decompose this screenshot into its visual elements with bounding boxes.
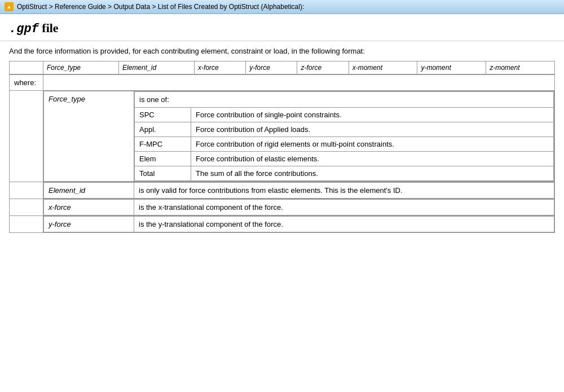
col-y-moment: y-moment	[417, 61, 486, 74]
x-force-content: x-force is the x-translational component…	[43, 199, 555, 216]
where-table: where: Force_type is one of:	[9, 74, 555, 233]
x-force-term: x-force	[44, 200, 134, 215]
spc-row: SPC Force contribution of single-point c…	[135, 108, 554, 122]
y-force-inner-row: y-force is the y-translational component…	[44, 217, 554, 232]
is-one-of-text: is one of:	[135, 92, 554, 108]
x-force-inner-row: x-force is the x-translational component…	[44, 200, 554, 215]
element-id-desc: is only valid for force contributions fr…	[134, 183, 554, 199]
y-force-row: y-force is the y-translational component…	[10, 216, 555, 233]
y-force-desc: is the y-translational component of the …	[134, 217, 554, 232]
content-area: And the force information is provided, f…	[0, 41, 564, 242]
breadcrumb: OptiStruct > Reference Guide > Output Da…	[17, 3, 304, 11]
fmpc-row: F-MPC Force contribution of rigid elemen…	[135, 137, 554, 152]
force-type-content: Force_type is one of: SPC Force contribu…	[43, 91, 555, 182]
spc-code: SPC	[135, 108, 191, 122]
where-empty	[43, 75, 555, 91]
element-id-empty	[10, 182, 43, 199]
appl-row: Appl. Force contribution of Applied load…	[135, 122, 554, 137]
x-force-empty	[10, 199, 43, 216]
force-type-inner-table: Force_type is one of: SPC Force contribu…	[43, 91, 554, 182]
page-title-mono: .gpf	[9, 22, 39, 36]
element-id-term: Element_id	[44, 183, 134, 199]
page-header: .gpf file	[0, 14, 564, 41]
fmpc-desc: Force contribution of rigid elements or …	[191, 137, 554, 152]
where-row: where:	[10, 75, 555, 91]
force-type-empty	[10, 91, 43, 182]
col-z-moment: z-moment	[486, 61, 555, 74]
where-label: where:	[10, 75, 43, 91]
x-force-desc: is the x-translational component of the …	[134, 200, 554, 215]
intro-text: And the force information is provided, f…	[9, 47, 555, 55]
elem-row: Elem Force contribution of elastic eleme…	[135, 152, 554, 166]
force-type-sub-table-cell: is one of: SPC Force contribution of sin…	[134, 91, 554, 182]
y-force-content: y-force is the y-translational component…	[43, 216, 555, 233]
y-force-empty	[10, 216, 43, 233]
element-id-inner-row: Element_id is only valid for force contr…	[44, 183, 554, 199]
force-type-sub-table: is one of: SPC Force contribution of sin…	[134, 91, 554, 181]
x-force-inner: x-force is the x-translational component…	[43, 199, 554, 215]
page-title: .gpf file	[9, 21, 555, 36]
x-force-row: x-force is the x-translational component…	[10, 199, 555, 216]
elem-code: Elem	[135, 152, 191, 166]
col-z-force: z-force	[297, 61, 349, 74]
app-icon: ▲	[5, 2, 14, 11]
col-x-force: x-force	[195, 61, 246, 74]
element-id-content: Element_id is only valid for force contr…	[43, 182, 555, 199]
appl-desc: Force contribution of Applied loads.	[191, 122, 554, 137]
col-element-id: Element_id	[119, 61, 195, 74]
title-bar: ▲ OptiStruct > Reference Guide > Output …	[0, 0, 564, 14]
y-force-term: y-force	[44, 217, 134, 232]
total-row: Total The sum of all the force contribut…	[135, 166, 554, 181]
force-type-inner-row: Force_type is one of: SPC Force contribu…	[44, 91, 554, 182]
y-force-inner: y-force is the y-translational component…	[43, 216, 554, 232]
col-x-moment: x-moment	[349, 61, 417, 74]
format-table: Force_type Element_id x-force y-force z-…	[9, 61, 555, 74]
col-force-type: Force_type	[43, 61, 119, 74]
col-y-force: y-force	[246, 61, 297, 74]
format-header-row: Force_type Element_id x-force y-force z-…	[10, 61, 555, 74]
elem-desc: Force contribution of elastic elements.	[191, 152, 554, 166]
force-type-row: Force_type is one of: SPC Force contribu…	[10, 91, 555, 182]
page-title-suffix: file	[39, 21, 59, 35]
fmpc-code: F-MPC	[135, 137, 191, 152]
element-id-row: Element_id is only valid for force contr…	[10, 182, 555, 199]
spc-desc: Force contribution of single-point const…	[191, 108, 554, 122]
force-type-term: Force_type	[44, 91, 134, 182]
total-code: Total	[135, 166, 191, 181]
is-one-of-row: is one of:	[135, 92, 554, 108]
app-icon-text: ▲	[7, 4, 12, 10]
appl-code: Appl.	[135, 122, 191, 137]
empty-cell	[10, 61, 43, 74]
element-id-inner: Element_id is only valid for force contr…	[43, 182, 554, 199]
total-desc: The sum of all the force contributions.	[191, 166, 554, 181]
